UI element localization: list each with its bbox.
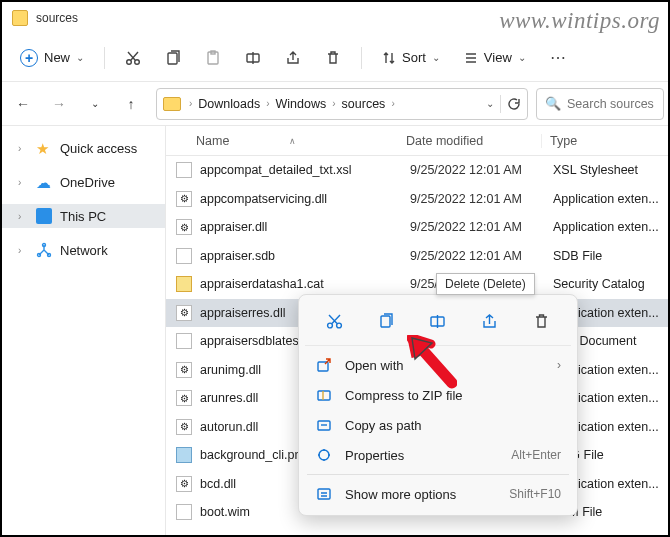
file-row[interactable]: appraiser.sdb9/25/2022 12:01 AMSDB File <box>166 242 668 271</box>
sidebar-item-this-pc[interactable]: › This PC <box>2 204 165 228</box>
ctx-copy-path[interactable]: Copy as path <box>305 410 571 440</box>
chevron-right-icon: › <box>389 98 396 109</box>
scissors-icon <box>125 50 141 66</box>
up-button[interactable]: ↑ <box>114 87 148 121</box>
file-icon: ⚙ <box>176 390 192 406</box>
ctx-item-label: Open with <box>345 358 404 373</box>
rename-button[interactable] <box>235 44 271 72</box>
file-date: 9/25/2022 12:01 AM <box>410 249 545 263</box>
chevron-down-icon: ⌄ <box>518 52 526 63</box>
chevron-down-icon[interactable]: ⌄ <box>486 98 494 109</box>
rename-icon <box>245 50 261 66</box>
star-icon: ★ <box>36 140 52 156</box>
delete-button[interactable] <box>315 44 351 72</box>
chevron-right-icon: › <box>18 143 28 154</box>
copy-icon <box>378 313 395 330</box>
red-arrow-annotation <box>407 335 457 390</box>
file-icon: ⚙ <box>176 419 192 435</box>
svg-point-1 <box>135 59 140 64</box>
search-icon: 🔍 <box>545 96 561 111</box>
view-icon <box>464 51 478 65</box>
file-date: 9/25/2022 12:01 AM <box>410 220 545 234</box>
ellipsis-icon: ⋯ <box>550 48 566 67</box>
sort-icon <box>382 51 396 65</box>
file-row[interactable]: ⚙appcompatservicing.dll9/25/2022 12:01 A… <box>166 185 668 214</box>
ctx-item-label: Copy as path <box>345 418 422 433</box>
file-icon: ⚙ <box>176 219 192 235</box>
sidebar-item-label: OneDrive <box>60 175 115 190</box>
file-icon <box>176 162 192 178</box>
chevron-right-icon: › <box>330 98 337 109</box>
ctx-share-button[interactable] <box>472 305 508 337</box>
more-button[interactable]: ⋯ <box>540 42 576 73</box>
folder-icon <box>163 97 181 111</box>
file-type: SDB File <box>545 249 668 263</box>
ctx-cut-button[interactable] <box>317 305 353 337</box>
file-icon: ⚙ <box>176 191 192 207</box>
separator <box>104 47 105 69</box>
file-row[interactable]: ⚙appraiser.dll9/25/2022 12:01 AMApplicat… <box>166 213 668 242</box>
monitor-icon <box>36 208 52 224</box>
more-icon <box>315 486 333 502</box>
file-icon <box>176 447 192 463</box>
ctx-item-shortcut: Shift+F10 <box>509 487 561 501</box>
ctx-show-more[interactable]: Show more options Shift+F10 <box>305 479 571 509</box>
file-icon: ⚙ <box>176 476 192 492</box>
chevron-right-icon: › <box>187 98 194 109</box>
ctx-delete-button[interactable] <box>523 305 559 337</box>
chevron-right-icon: › <box>18 211 28 222</box>
new-button-label: New <box>44 50 70 65</box>
svg-rect-17 <box>318 489 330 499</box>
share-button[interactable] <box>275 44 311 72</box>
file-icon: ⚙ <box>176 305 192 321</box>
refresh-icon[interactable] <box>507 97 521 111</box>
forward-button[interactable]: → <box>42 87 76 121</box>
separator <box>307 474 569 475</box>
sidebar-item-label: Network <box>60 243 108 258</box>
ctx-rename-button[interactable] <box>420 305 456 337</box>
ctx-properties[interactable]: Properties Alt+Enter <box>305 440 571 470</box>
file-type: Application exten... <box>545 192 668 206</box>
breadcrumb[interactable]: Windows <box>272 95 331 113</box>
sidebar-item-quick-access[interactable]: › ★ Quick access <box>2 136 165 160</box>
address-bar[interactable]: › Downloads › Windows › sources › ⌄ <box>156 88 528 120</box>
column-header-date[interactable]: Date modified <box>406 134 541 148</box>
recent-button[interactable]: ⌄ <box>78 87 112 121</box>
chevron-down-icon: ⌄ <box>76 52 84 63</box>
cut-button[interactable] <box>115 44 151 72</box>
copy-button[interactable] <box>155 44 191 72</box>
search-input[interactable] <box>567 97 655 111</box>
file-date: 9/25/2022 12:01 AM <box>410 192 545 206</box>
ctx-item-label: Properties <box>345 448 404 463</box>
sidebar-item-onedrive[interactable]: › ☁ OneDrive <box>2 170 165 194</box>
paste-button[interactable] <box>195 44 231 72</box>
new-button[interactable]: + New ⌄ <box>10 43 94 73</box>
ctx-copy-button[interactable] <box>368 305 404 337</box>
sidebar-item-label: Quick access <box>60 141 137 156</box>
file-icon: ⚙ <box>176 362 192 378</box>
sort-button[interactable]: Sort ⌄ <box>372 44 450 71</box>
back-button[interactable]: ← <box>6 87 40 121</box>
file-row[interactable]: appcompat_detailed_txt.xsl9/25/2022 12:0… <box>166 156 668 185</box>
sort-button-label: Sort <box>402 50 426 65</box>
trash-icon <box>325 50 341 66</box>
zip-icon <box>315 387 333 403</box>
column-header-name[interactable]: Name∧ <box>166 134 406 148</box>
copy-path-icon <box>315 417 333 433</box>
file-type: Security Catalog <box>545 277 668 291</box>
sidebar-item-network[interactable]: › Network <box>2 238 165 262</box>
chevron-right-icon: › <box>18 245 28 256</box>
view-button-label: View <box>484 50 512 65</box>
scissors-icon <box>326 313 343 330</box>
search-box[interactable]: 🔍 <box>536 88 664 120</box>
svg-point-9 <box>328 323 333 328</box>
breadcrumb[interactable]: Downloads <box>194 95 264 113</box>
window-title: sources <box>36 11 78 25</box>
file-icon <box>176 333 192 349</box>
cloud-icon: ☁ <box>36 174 52 190</box>
view-button[interactable]: View ⌄ <box>454 44 536 71</box>
column-header-type[interactable]: Type <box>541 134 668 148</box>
plus-icon: + <box>20 49 38 67</box>
chevron-right-icon: › <box>18 177 28 188</box>
breadcrumb[interactable]: sources <box>338 95 390 113</box>
